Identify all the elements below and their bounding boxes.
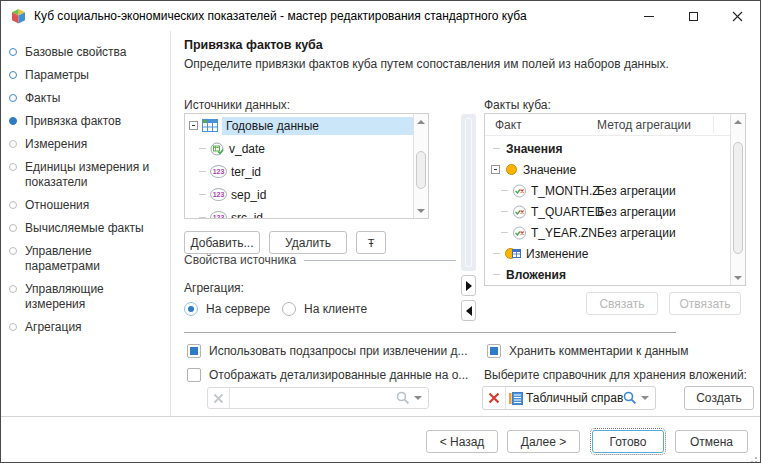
facts-label: Факты куба: (484, 98, 551, 112)
fact-field-row[interactable]: T_QUARTED Без агрегации (485, 201, 729, 222)
create-dictionary-button[interactable]: Создать (684, 386, 754, 410)
fact-group-row[interactable]: Вложения (485, 264, 729, 285)
step-dot-icon (9, 201, 17, 209)
fact-group-row[interactable]: Значения (485, 138, 729, 159)
close-button[interactable] (715, 1, 759, 31)
arrow-right-icon (466, 281, 472, 291)
step-label: Отношения (25, 198, 89, 212)
detailed-data-combo[interactable] (207, 387, 429, 409)
aggregation-method: Без агрегации (597, 205, 676, 219)
wizard-steps-sidebar: Базовые свойства Параметры Факты Привязк… (1, 31, 171, 416)
sidebar-item-calculated-facts[interactable]: Вычисляемые факты (1, 219, 170, 238)
scroll-down-icon[interactable] (731, 270, 745, 285)
delete-source-button[interactable]: Удалить (269, 231, 347, 254)
step-label: Базовые свойства (25, 45, 127, 59)
check-cross-field-icon (512, 226, 527, 240)
use-subqueries-checkbox[interactable]: Использовать подзапросы при извлечении д… (187, 344, 468, 358)
chevron-down-icon[interactable] (414, 396, 422, 400)
source-field-row[interactable]: v_date (185, 137, 413, 160)
fact-group-label: Значения (506, 142, 562, 156)
sidebar-item-parameter-management[interactable]: Управление параметрами (1, 242, 170, 276)
page-title: Привязка фактов куба (184, 38, 323, 52)
step-dot-icon (9, 224, 17, 232)
numeric-field-icon: 123 (210, 165, 227, 178)
source-field-label: sep_id (231, 188, 266, 202)
close-icon (732, 11, 743, 22)
check-cross-field-icon (512, 184, 527, 198)
splitter-handle[interactable] (461, 114, 476, 271)
column-method[interactable]: Метод агрегации (597, 118, 691, 132)
scroll-up-icon[interactable] (414, 114, 428, 129)
radio-client[interactable]: На клиенте (282, 302, 367, 316)
sidebar-item-aggregation[interactable]: Агрегация (1, 318, 170, 337)
dataset-root-label[interactable]: Годовые данные (222, 117, 413, 135)
source-field-label: ter_id (231, 165, 261, 179)
source-field-row[interactable]: 123 ter_id (185, 160, 413, 183)
scrollbar-thumb[interactable] (416, 151, 426, 189)
sidebar-item-fact-binding[interactable]: Привязка фактов (1, 112, 170, 131)
store-comments-label: Хранить комментарии к данным (509, 344, 688, 358)
radio-server[interactable]: На сервере (184, 302, 270, 316)
sidebar-item-relations[interactable]: Отношения (1, 196, 170, 215)
scroll-down-icon[interactable] (414, 203, 428, 218)
fact-field-row[interactable]: T_YEAR.ZN Без агрегации (485, 222, 729, 243)
facts-scrollbar[interactable] (730, 114, 745, 285)
sidebar-item-basic-properties[interactable]: Базовые свойства (1, 43, 170, 62)
combo-value: Табличный справо (523, 391, 623, 405)
attachments-dictionary-combo[interactable]: Табличный справо (482, 386, 656, 410)
fact-label: Изменение (526, 247, 588, 261)
step-label: Агрегация (25, 320, 82, 334)
aggregation-label: Агрегация: (184, 281, 244, 295)
finish-button[interactable]: Готово (592, 430, 664, 453)
store-comments-checkbox[interactable]: Хранить комментарии к данным (487, 344, 688, 358)
collapse-expander-icon[interactable] (189, 121, 198, 130)
minimize-button[interactable] (627, 1, 671, 31)
scrollbar-thumb[interactable] (733, 142, 743, 254)
check-cross-field-icon (512, 205, 527, 219)
source-field-row[interactable]: 123 sep_id (185, 183, 413, 206)
clear-selection-disabled-icon (208, 388, 230, 408)
step-dot-icon (9, 285, 17, 293)
chevron-down-icon[interactable] (641, 396, 649, 400)
add-source-button[interactable]: Добавить... (184, 231, 260, 254)
facts-tree: Факт Метод агрегации Значения Значение T… (484, 113, 746, 286)
sources-label: Источники данных: (184, 98, 290, 112)
sidebar-item-dimensions[interactable]: Измерения (1, 135, 170, 154)
fact-label: Значение (523, 163, 576, 177)
fact-field-label: T_YEAR.ZN (531, 226, 597, 240)
sidebar-item-parameters[interactable]: Параметры (1, 66, 170, 85)
sidebar-item-units-indicators[interactable]: Единицы измерения и показатели (1, 158, 170, 192)
sidebar-item-facts[interactable]: Факты (1, 89, 170, 108)
step-label: Единицы измерения и показатели (25, 160, 149, 189)
unbind-button[interactable]: Отвязать (669, 292, 741, 315)
step-label: Управляющие измерения (25, 282, 104, 311)
column-fact[interactable]: Факт (495, 118, 522, 132)
source-field-label: v_date (229, 142, 265, 156)
aggregation-method: Без агрегации (597, 226, 676, 240)
move-right-button[interactable] (461, 275, 476, 296)
resize-grip[interactable] (755, 457, 757, 459)
back-button[interactable]: < Назад (426, 430, 498, 453)
show-detailed-checkbox[interactable]: Отображать детализированные данные на о.… (187, 368, 468, 382)
numeric-field-icon: 123 (210, 211, 227, 218)
clear-selection-icon[interactable] (483, 387, 506, 409)
cancel-button[interactable]: Отмена (675, 430, 748, 453)
fact-field-row[interactable]: T_MONTH.Z Без агрегации (485, 180, 729, 201)
dataset-root-row[interactable]: Годовые данные (185, 114, 413, 137)
collapse-expander-icon[interactable] (491, 165, 500, 174)
fact-value-row[interactable]: Значение (485, 159, 729, 180)
maximize-button[interactable] (671, 1, 715, 31)
next-button[interactable]: Далее > (507, 430, 580, 453)
source-field-row[interactable]: 123 src_id (185, 206, 413, 218)
change-fact-icon (505, 247, 521, 260)
collapse-all-button[interactable]: Ŧ (356, 231, 386, 254)
move-left-button[interactable] (461, 300, 476, 321)
scroll-up-icon[interactable] (731, 114, 745, 129)
search-icon[interactable] (396, 391, 410, 405)
sources-scrollbar[interactable] (413, 114, 428, 218)
sidebar-item-control-dimensions[interactable]: Управляющие измерения (1, 280, 170, 314)
bind-button[interactable]: Связать (586, 292, 658, 315)
fact-change-row[interactable]: Изменение (485, 243, 729, 264)
step-dot-icon (9, 163, 17, 171)
search-icon[interactable] (623, 391, 637, 405)
